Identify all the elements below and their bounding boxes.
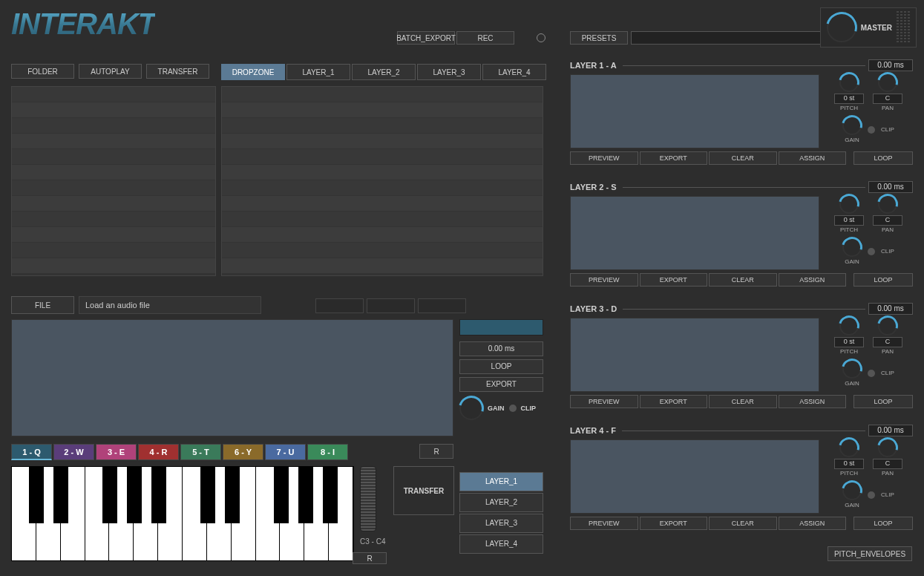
autoplay-button[interactable]: AUTOPLAY [79,64,142,79]
layer-loop-button[interactable]: LOOP [853,151,913,165]
layer-export-button[interactable]: EXPORT [640,395,708,408]
layer-block-4: LAYER 4 - F 0.00 ms 0 stPITCH CPAN GAIN … [570,425,913,530]
clip-indicator-icon [868,248,875,255]
layer-select-1[interactable]: LAYER_1 [459,472,543,491]
tab-layer-1[interactable]: LAYER_1 [286,64,350,80]
layer-duration: 0.00 ms [868,59,913,71]
layer-block-1: LAYER 1 - A 0.00 ms 0 st PITCH C PAN GAI… [570,59,913,165]
master-meters [897,11,910,44]
gain-label: GAIN [488,405,505,412]
layer-assign-button[interactable]: ASSIGN [779,517,847,530]
layer-block-2: LAYER 2 - S 0.00 ms 0 stPITCH CPAN GAIN … [570,181,913,287]
tab-layer-4[interactable]: LAYER_4 [482,64,546,80]
key-trigger-3[interactable]: 3 - E [96,444,137,460]
key-trigger-7[interactable]: 7 - U [265,444,306,460]
layer-preview-button[interactable]: PREVIEW [570,517,638,530]
pan-knob[interactable] [878,316,897,336]
key-trigger-4[interactable]: 4 - R [138,444,179,460]
file-path-field[interactable]: Load an audio file [79,296,261,314]
layer-waveform[interactable] [570,439,819,514]
transfer-button[interactable]: TRANSFER [146,64,209,79]
layer-preview-button[interactable]: PREVIEW [570,273,638,287]
pitch-knob[interactable] [839,316,859,336]
r-button-2[interactable]: R [353,552,387,564]
file-browser-list[interactable] [11,86,216,276]
tab-layer-2[interactable]: LAYER_2 [352,64,416,80]
rec-indicator-icon [537,33,545,42]
layer-waveform[interactable] [570,318,819,392]
loop-button[interactable]: LOOP [459,359,543,374]
r-button-1[interactable]: R [419,444,453,459]
layer-loop-button[interactable]: LOOP [853,517,913,530]
layer-block-3: LAYER 3 - D 0.00 ms 0 stPITCH CPAN GAIN … [570,303,913,408]
layer-select-4[interactable]: LAYER_4 [459,534,543,554]
rec-button[interactable]: REC [456,31,514,45]
layer-title: LAYER 1 - A [570,61,617,70]
app-logo: INTERAKT [11,7,155,41]
duration-display: 0.00 ms [459,341,543,356]
layer-preview-button[interactable]: PREVIEW [570,395,638,408]
info-field-3 [418,298,466,313]
layer-waveform[interactable] [570,196,819,270]
layer-clear-button[interactable]: CLEAR [709,273,777,287]
pitch-knob[interactable] [839,73,859,92]
layer-gain-knob[interactable] [842,116,862,135]
transfer-box-button[interactable]: TRANSFER [393,466,454,515]
key-trigger-1[interactable]: 1 - Q [11,444,52,460]
dropzone-list[interactable] [221,86,543,276]
layer-gain-knob[interactable] [842,238,862,257]
layer-waveform[interactable] [570,74,819,148]
layer-preview-button[interactable]: PREVIEW [570,151,638,165]
layer-gain-knob[interactable] [842,481,862,500]
tab-dropzone[interactable]: DROPZONE [221,64,285,80]
preview-gain-knob[interactable] [459,396,483,420]
layer-loop-button[interactable]: LOOP [853,395,913,408]
tab-layer-3[interactable]: LAYER_3 [417,64,481,80]
black-key[interactable] [29,467,44,523]
file-button[interactable]: FILE [11,296,74,314]
pitch-wheel[interactable] [360,466,376,531]
pan-value: C [873,94,902,104]
pan-knob[interactable] [878,73,897,92]
preview-waveform[interactable] [459,319,543,336]
batch-export-button[interactable]: BATCH_EXPORT [397,31,455,45]
layer-assign-button[interactable]: ASSIGN [779,395,847,408]
clip-indicator-icon [868,126,875,134]
layer-clear-button[interactable]: CLEAR [709,151,777,165]
key-trigger-2[interactable]: 2 - W [53,444,94,460]
clip-indicator-icon [868,370,875,377]
main-waveform[interactable] [11,319,453,436]
pitch-knob[interactable] [839,194,859,214]
key-trigger-8[interactable]: 8 - I [307,444,348,460]
piano-keyboard[interactable] [11,466,354,561]
export-button[interactable]: EXPORT [459,377,543,392]
list-item [12,87,215,102]
folder-button[interactable]: FOLDER [11,64,74,79]
layer-export-button[interactable]: EXPORT [640,273,708,287]
clip-indicator-icon [868,491,875,499]
master-section: MASTER [820,7,917,48]
clip-label: CLIP [521,405,537,412]
layer-assign-button[interactable]: ASSIGN [779,151,847,165]
key-trigger-5[interactable]: 5 - T [180,444,221,460]
layer-loop-button[interactable]: LOOP [853,273,913,287]
pitch-envelopes-button[interactable]: PITCH_ENVELOPES [828,546,912,561]
pitch-value: 0 st [834,94,864,104]
layer-assign-button[interactable]: ASSIGN [779,273,847,287]
layer-export-button[interactable]: EXPORT [640,517,708,530]
preset-name-field[interactable] [631,31,824,45]
pan-knob[interactable] [878,194,897,214]
key-trigger-6[interactable]: 6 - Y [223,444,263,460]
master-gain-knob[interactable] [827,13,856,42]
pitch-knob[interactable] [839,438,859,457]
layer-clear-button[interactable]: CLEAR [709,395,777,408]
presets-button[interactable]: PRESETS [570,31,628,45]
layer-clear-button[interactable]: CLEAR [709,517,777,530]
layer-export-button[interactable]: EXPORT [640,151,708,165]
master-label: MASTER [861,24,892,32]
clip-indicator-icon [509,405,517,412]
pan-knob[interactable] [878,438,897,457]
layer-select-3[interactable]: LAYER_3 [459,514,543,533]
layer-gain-knob[interactable] [842,359,862,379]
layer-select-2[interactable]: LAYER_2 [459,493,543,512]
